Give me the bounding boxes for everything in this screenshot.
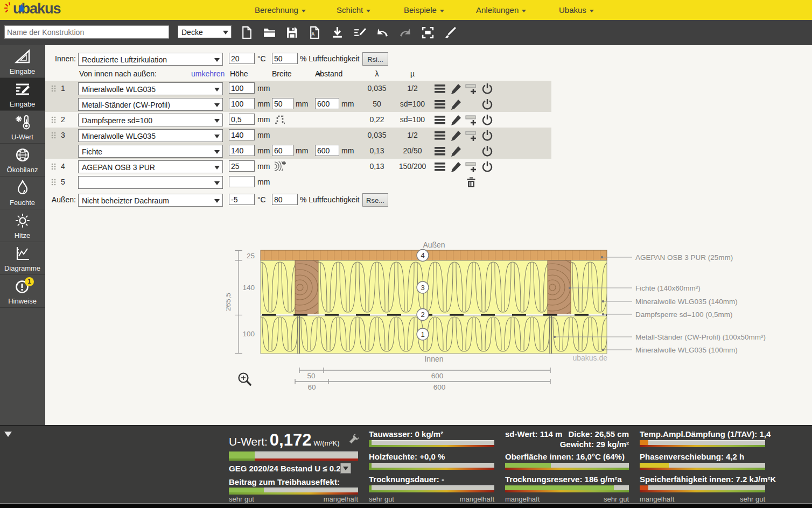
sidebar-item-diagramme[interactable]: Diagramme xyxy=(0,242,45,275)
menu-icon[interactable] xyxy=(434,161,446,173)
download-icon[interactable] xyxy=(331,26,344,39)
innen-surface-select[interactable]: Reduzierte Luftzirkulation xyxy=(78,53,223,66)
geg-select-button[interactable] xyxy=(340,463,351,474)
insert-layer-icon[interactable] xyxy=(465,114,477,126)
menu-icon[interactable] xyxy=(434,114,446,126)
abstand-input[interactable] xyxy=(315,145,339,156)
toggle-layer-icon[interactable] xyxy=(481,130,493,142)
menu-schicht[interactable]: Schicht xyxy=(337,0,370,20)
zoom-in-icon[interactable] xyxy=(239,373,251,385)
hoehe-input[interactable] xyxy=(229,145,255,156)
menu-berechnung[interactable]: Berechnung xyxy=(255,0,306,20)
material-select[interactable]: Mineralwolle WLG035 xyxy=(78,129,223,142)
abstand-input[interactable] xyxy=(315,98,339,109)
layer-row-2: 2 Dampfsperre sd=100 mm 0,22 sd=100 xyxy=(45,112,551,128)
drag-handle-icon[interactable] xyxy=(51,85,56,92)
open-folder-icon[interactable] xyxy=(263,26,276,39)
toggle-layer-icon[interactable] xyxy=(481,145,493,157)
sd-column: sd-Wert: 114 m Dicke: 26,55 cm Gewicht: … xyxy=(505,426,629,502)
svg-text:50: 50 xyxy=(307,372,315,380)
toggle-layer-icon[interactable] xyxy=(481,161,493,173)
breite-input[interactable] xyxy=(272,98,293,109)
hoehe-input[interactable] xyxy=(229,82,255,94)
drag-handle-icon[interactable] xyxy=(51,132,56,139)
fit-screen-icon[interactable] xyxy=(421,26,435,39)
material-select[interactable]: Mineralwolle WLG035 xyxy=(78,82,223,95)
sidebar-item-hitze[interactable]: Hitze xyxy=(0,209,45,242)
sidebar-item-eingabe-layers[interactable]: Eingabe xyxy=(0,78,45,111)
chevron-down-icon xyxy=(214,88,220,91)
aussen-surface-select[interactable]: Nicht beheizter Dachraum xyxy=(78,194,223,207)
edit-pencil-icon[interactable] xyxy=(450,98,462,110)
breite-input[interactable] xyxy=(272,145,293,156)
edit-pencil-icon[interactable] xyxy=(450,145,462,157)
chevron-down-icon xyxy=(223,31,228,34)
toggle-layer-icon[interactable] xyxy=(481,83,493,95)
sidebar-item-uwert[interactable]: U-Wert xyxy=(0,111,45,144)
toggle-layer-icon[interactable] xyxy=(481,114,493,126)
construction-type-select[interactable]: Decke xyxy=(178,25,232,38)
menu-icon[interactable] xyxy=(434,130,446,142)
insert-layer-icon[interactable] xyxy=(465,83,477,95)
hoehe-input[interactable] xyxy=(229,98,255,109)
sidebar-item-feuchte[interactable]: Feuchte xyxy=(0,177,45,209)
edit-pencil-icon[interactable] xyxy=(450,114,462,126)
edit-pencil-icon[interactable] xyxy=(450,161,462,173)
aussen-humidity-input[interactable] xyxy=(272,194,298,205)
menu-ubakus[interactable]: Ubakus xyxy=(559,0,594,20)
abstand-header[interactable]: Abstand xyxy=(315,67,321,81)
edit-pencil-icon[interactable] xyxy=(450,130,462,142)
geg-label: GEG 2020/24 Bestand U ≤ 0.24 xyxy=(229,464,345,473)
beam-material-select[interactable]: Fichte xyxy=(78,145,223,158)
chevron-down-icon xyxy=(214,166,220,170)
stud-material-select[interactable]: Metall-Ständer (CW-Profil) xyxy=(78,98,223,111)
chevron-down-icon xyxy=(214,181,220,185)
material-select[interactable] xyxy=(78,176,223,189)
sidebar-item-eingabe-tools[interactable]: Eingabe xyxy=(0,45,45,78)
construction-name-input[interactable] xyxy=(4,25,169,39)
svg-text:Mineralwolle WLG035 (140mm): Mineralwolle WLG035 (140mm) xyxy=(635,298,738,306)
hoehe-input[interactable] xyxy=(229,114,255,125)
redo-icon[interactable] xyxy=(398,26,412,39)
innen-temp-input[interactable] xyxy=(229,53,255,64)
hoehe-input[interactable] xyxy=(229,176,255,187)
hoehe-input[interactable] xyxy=(229,129,255,140)
material-select[interactable]: Dampfsperre sd=100 xyxy=(78,114,223,126)
menu-icon[interactable] xyxy=(434,145,446,157)
rename-icon[interactable] xyxy=(353,26,367,39)
rse-button[interactable]: Rse... xyxy=(362,193,388,207)
rsi-button[interactable]: Rsi... xyxy=(362,52,388,66)
collapse-icon[interactable] xyxy=(4,432,12,437)
new-document-icon[interactable] xyxy=(240,26,254,39)
wrench-icon[interactable] xyxy=(348,433,360,444)
sidebar: Eingabe Eingabe U-Wert Ökobilanz Feuchte… xyxy=(0,45,45,425)
edit-pencil-icon[interactable] xyxy=(450,83,462,95)
save-icon[interactable] xyxy=(285,26,299,39)
menu-beispiele[interactable]: Beispiele xyxy=(404,0,444,20)
sidebar-item-oekobilanz[interactable]: Ökobilanz xyxy=(0,144,45,177)
reverse-link[interactable]: umkehren xyxy=(191,67,223,81)
menu-icon[interactable] xyxy=(434,83,446,95)
menu-anleitungen[interactable]: Anleitungen xyxy=(476,0,526,20)
material-select[interactable]: AGEPAN OSB 3 PUR xyxy=(78,160,223,173)
hoehe-input[interactable] xyxy=(229,160,255,172)
innen-humidity-input[interactable] xyxy=(272,53,298,64)
drag-handle-icon[interactable] xyxy=(51,163,56,170)
aussen-temp-input[interactable] xyxy=(229,194,255,205)
menu-icon[interactable] xyxy=(434,98,446,110)
pdf-export-icon[interactable]: A xyxy=(308,26,321,39)
sidebar-item-hinweise[interactable]: 1 Hinweise xyxy=(0,275,45,308)
add-beam-icon[interactable] xyxy=(274,160,286,172)
toggle-layer-icon[interactable] xyxy=(481,98,493,110)
stud-profile-icon[interactable] xyxy=(274,114,286,125)
drag-handle-icon[interactable] xyxy=(51,116,56,123)
treibhaus-label: Beitrag zum Treibhauseffekt: xyxy=(229,477,340,486)
delete-layer-icon[interactable] xyxy=(465,177,477,188)
undo-icon[interactable] xyxy=(376,26,389,39)
drag-handle-icon[interactable] xyxy=(51,179,56,186)
insert-layer-icon[interactable] xyxy=(465,161,477,173)
brush-icon[interactable] xyxy=(444,26,457,39)
top-navigation: ubakus Berechnung Schicht Beispiele Anle… xyxy=(0,0,812,20)
sun-icon xyxy=(14,213,31,229)
insert-layer-icon[interactable] xyxy=(465,130,477,142)
